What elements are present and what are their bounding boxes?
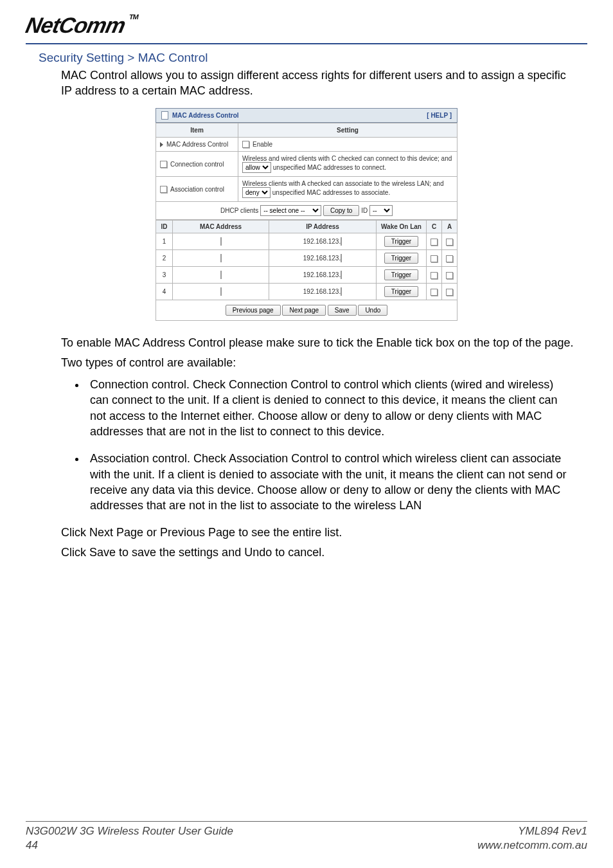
grid-h-wol: Wake On Lan bbox=[377, 221, 427, 233]
c-checkbox[interactable] bbox=[431, 272, 438, 279]
row-association-control: Association control bbox=[156, 177, 238, 202]
brand-logo: NetCommTM bbox=[22, 13, 139, 42]
ip-input[interactable] bbox=[341, 287, 342, 296]
enable-checkbox[interactable] bbox=[242, 141, 249, 148]
save-button[interactable]: Save bbox=[328, 305, 357, 316]
a-checkbox[interactable] bbox=[446, 239, 453, 246]
c-checkbox[interactable] bbox=[431, 239, 438, 246]
table-row: 3 192.168.123. Trigger bbox=[156, 267, 458, 284]
grid-h-id: ID bbox=[156, 221, 173, 233]
a-checkbox[interactable] bbox=[446, 255, 453, 262]
list-item: Connection control. Check Connection Con… bbox=[86, 377, 574, 439]
association-checkbox[interactable] bbox=[160, 186, 167, 193]
help-link[interactable]: [ HELP ] bbox=[427, 112, 452, 119]
connection-label: Connection control bbox=[170, 161, 224, 168]
assoc-text-a: Wireless clients with A checked can asso… bbox=[242, 180, 443, 187]
previous-page-button[interactable]: Previous page bbox=[226, 305, 281, 316]
copy-to-button[interactable]: Copy to bbox=[323, 205, 359, 216]
c-checkbox[interactable] bbox=[431, 255, 438, 262]
conn-select[interactable]: allow bbox=[242, 162, 271, 173]
paragraph-3: Click Next Page or Previous Page to see … bbox=[61, 525, 574, 540]
footer-url: www.netcomm.com.au bbox=[477, 838, 587, 853]
logo-tm: TM bbox=[129, 13, 139, 21]
ip-input[interactable] bbox=[341, 271, 342, 279]
col-item: Item bbox=[156, 123, 238, 137]
c-checkbox[interactable] bbox=[431, 289, 438, 296]
undo-button[interactable]: Undo bbox=[358, 305, 387, 316]
paragraph-4: Click Save to save the settings and Undo… bbox=[61, 545, 574, 560]
mac-control-label: MAC Address Control bbox=[166, 141, 228, 148]
next-page-button[interactable]: Next page bbox=[282, 305, 326, 316]
logo-text: NetComm bbox=[24, 13, 128, 37]
row-mac-control: MAC Address Control bbox=[156, 137, 238, 152]
grid-h-mac: MAC Address bbox=[173, 221, 269, 233]
document-icon bbox=[161, 111, 168, 120]
settings-table: Item Setting MAC Address Control Enable … bbox=[155, 123, 458, 203]
panel-title-bar: MAC Address Control [ HELP ] bbox=[155, 108, 458, 123]
triangle-icon bbox=[160, 142, 163, 147]
grid-h-c: C bbox=[427, 221, 442, 233]
bullet-list: Connection control. Check Connection Con… bbox=[71, 377, 574, 513]
panel-title: MAC Address Control bbox=[172, 112, 239, 119]
trigger-button[interactable]: Trigger bbox=[384, 286, 418, 297]
row-id: 2 bbox=[156, 250, 173, 267]
trigger-button[interactable]: Trigger bbox=[384, 253, 418, 264]
header-rule bbox=[26, 43, 587, 44]
footer-rule bbox=[26, 821, 587, 822]
ip-input[interactable] bbox=[341, 237, 342, 246]
mac-input[interactable] bbox=[220, 237, 222, 246]
list-item: Association control. Check Association C… bbox=[86, 451, 574, 513]
dhcp-id-select[interactable]: -- bbox=[369, 205, 393, 216]
row-id: 1 bbox=[156, 233, 173, 250]
grid-h-ip: IP Address bbox=[269, 221, 377, 233]
intro-text: MAC Control allows you to assign differe… bbox=[61, 68, 574, 99]
row-connection-control: Connection control bbox=[156, 152, 238, 177]
row-id: 3 bbox=[156, 267, 173, 284]
ip-prefix: 192.168.123. bbox=[303, 238, 341, 245]
dhcp-row: DHCP clients -- select one -- Copy to ID… bbox=[155, 202, 458, 220]
ip-prefix: 192.168.123. bbox=[303, 271, 341, 278]
ip-input[interactable] bbox=[341, 254, 342, 262]
mac-input[interactable] bbox=[220, 271, 222, 279]
dhcp-label: DHCP clients bbox=[220, 207, 258, 214]
dhcp-id-label: ID bbox=[361, 207, 368, 214]
paragraph-2: Two types of control are available: bbox=[61, 355, 574, 370]
connection-checkbox[interactable] bbox=[160, 161, 167, 168]
mac-grid: ID MAC Address IP Address Wake On Lan C … bbox=[155, 220, 458, 300]
footer-page: 44 bbox=[26, 838, 233, 853]
assoc-text-b: unspecified MAC addresses to associate. bbox=[272, 189, 390, 196]
trigger-button[interactable]: Trigger bbox=[384, 236, 418, 247]
panel-buttons: Previous page Next page Save Undo bbox=[155, 300, 458, 321]
row-id: 4 bbox=[156, 284, 173, 300]
dhcp-select[interactable]: -- select one -- bbox=[260, 205, 321, 216]
paragraph-1: To enable MAC Address Control please mak… bbox=[61, 335, 574, 350]
a-checkbox[interactable] bbox=[446, 272, 453, 279]
table-row: 4 192.168.123. Trigger bbox=[156, 284, 458, 300]
mac-input[interactable] bbox=[220, 287, 222, 296]
a-checkbox[interactable] bbox=[446, 289, 453, 296]
table-row: 1 192.168.123. Trigger bbox=[156, 233, 458, 250]
enable-label: Enable bbox=[253, 141, 272, 148]
association-label: Association control bbox=[170, 186, 224, 193]
trigger-button[interactable]: Trigger bbox=[384, 269, 418, 280]
ip-prefix: 192.168.123. bbox=[303, 255, 341, 262]
page-footer: N3G002W 3G Wireless Router User Guide 44… bbox=[26, 821, 587, 853]
footer-title: N3G002W 3G Wireless Router User Guide bbox=[26, 824, 233, 838]
assoc-select[interactable]: deny bbox=[242, 187, 271, 198]
breadcrumb: Security Setting > MAC Control bbox=[39, 51, 587, 65]
col-setting: Setting bbox=[238, 123, 458, 137]
conn-text-a: Wireless and wired clients with C checke… bbox=[242, 155, 452, 162]
table-row: 2 192.168.123. Trigger bbox=[156, 250, 458, 267]
ip-prefix: 192.168.123. bbox=[303, 288, 341, 295]
conn-text-b: unspecified MAC addresses to connect. bbox=[273, 164, 386, 171]
mac-input[interactable] bbox=[220, 254, 222, 262]
grid-h-a: A bbox=[442, 221, 458, 233]
footer-rev: YML894 Rev1 bbox=[477, 824, 587, 838]
config-screenshot: MAC Address Control [ HELP ] Item Settin… bbox=[155, 108, 458, 321]
